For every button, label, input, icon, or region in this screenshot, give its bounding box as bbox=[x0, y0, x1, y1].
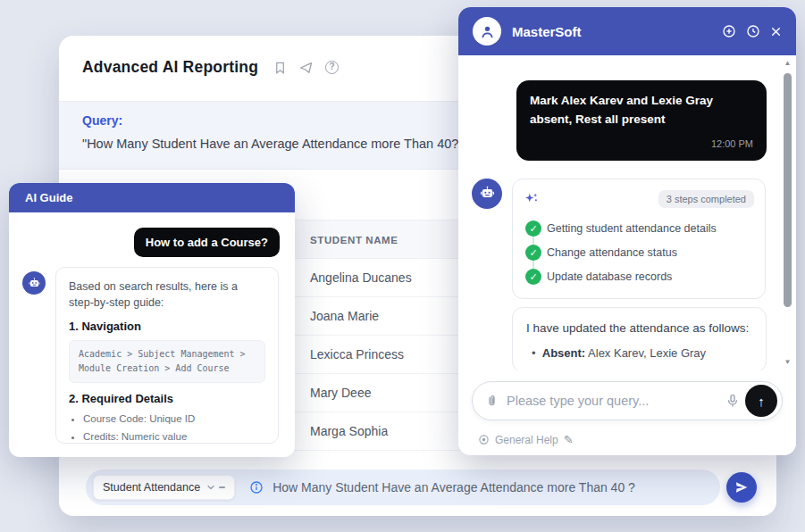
report-type-dropdown[interactable]: Student Attendance bbox=[93, 475, 235, 500]
mic-icon[interactable] bbox=[725, 393, 740, 409]
run-query-button[interactable] bbox=[726, 472, 757, 503]
summary-intro: I have updated the attendance as follows… bbox=[526, 320, 752, 337]
report-query-bar: Student Attendance How Many Student Have… bbox=[86, 470, 720, 505]
ai-guide-title: AI Guide bbox=[9, 183, 295, 212]
steps-card: 3 steps completed ✓ Getting student atte… bbox=[512, 179, 766, 299]
student-name: Mary Deee bbox=[310, 386, 371, 400]
dropdown-dash-icon bbox=[219, 486, 225, 488]
sparkles-icon bbox=[524, 191, 540, 207]
chat-scrollbar[interactable]: ▲ ▼ bbox=[782, 59, 793, 366]
assistant-message: 3 steps completed ✓ Getting student atte… bbox=[458, 179, 782, 299]
page-title: Advanced AI Reporting bbox=[82, 58, 258, 77]
app-background: Advanced AI Reporting ? Query: "How Many… bbox=[0, 0, 805, 532]
send-icon[interactable] bbox=[298, 61, 314, 75]
message-timestamp: 12:00 PM bbox=[530, 138, 753, 149]
scroll-down-icon[interactable]: ▼ bbox=[782, 358, 793, 366]
step-item: ✓ Update database records bbox=[525, 269, 754, 285]
guide-detail-item: Course Code: Unique ID bbox=[83, 411, 265, 428]
bookmark-icon[interactable] bbox=[273, 61, 287, 75]
chevron-down-icon bbox=[205, 482, 216, 493]
close-icon[interactable] bbox=[770, 26, 782, 37]
help-icon[interactable]: ? bbox=[325, 61, 339, 74]
check-icon: ✓ bbox=[525, 245, 541, 261]
student-name: Marga Sophia bbox=[310, 424, 388, 438]
steps-badge: 3 steps completed bbox=[658, 190, 754, 208]
chat-input-pill: ↑ bbox=[472, 381, 783, 420]
chat-title: MasterSoft bbox=[512, 24, 582, 39]
chat-header: MasterSoft bbox=[458, 7, 796, 55]
step-label: Getting student attendance details bbox=[547, 222, 717, 235]
mode-icon bbox=[478, 434, 490, 445]
assistant-summary-card: I have updated the attendance as follows… bbox=[512, 307, 767, 370]
person-icon bbox=[479, 23, 496, 40]
guide-answer-card: Based on search results, here is a step-… bbox=[55, 267, 279, 444]
send-message-button[interactable]: ↑ bbox=[745, 385, 777, 417]
history-icon[interactable] bbox=[746, 24, 760, 38]
guide-detail-item: Credits: Numeric value bbox=[83, 428, 265, 444]
step-label: Change attendance status bbox=[547, 246, 677, 259]
info-icon bbox=[249, 480, 264, 495]
student-name: Angelina Ducanes bbox=[310, 270, 412, 285]
reporting-header: Advanced AI Reporting ? bbox=[82, 58, 339, 77]
bullet-icon: • bbox=[532, 346, 542, 360]
guide-navigation-path: Academic > Subject Management > Module C… bbox=[69, 340, 265, 383]
mastersoft-chat-panel: MasterSoft Mark Alex Karev and Lexie Gra… bbox=[458, 7, 796, 455]
guide-step1-title: 1. Navigation bbox=[69, 320, 265, 333]
step-item: ✓ Getting student attendance details bbox=[525, 220, 754, 237]
new-chat-icon[interactable] bbox=[722, 24, 736, 38]
edit-icon[interactable]: ✎ bbox=[564, 433, 574, 446]
step-item: ✓ Change attendance status bbox=[525, 245, 754, 261]
user-message-text: Mark Alex Karev and Lexie Gray absent, R… bbox=[530, 92, 753, 129]
scroll-up-icon[interactable]: ▲ bbox=[782, 59, 793, 67]
summary-bullet-label: Absent: bbox=[542, 346, 585, 360]
check-icon: ✓ bbox=[525, 220, 541, 237]
guide-detail-list: Course Code: Unique ID Credits: Numeric … bbox=[69, 411, 265, 444]
paperclip-icon[interactable] bbox=[485, 394, 499, 409]
guide-intro: Based on search results, here is a step-… bbox=[69, 278, 265, 311]
chat-query-input[interactable] bbox=[507, 394, 725, 408]
robot-icon bbox=[22, 271, 46, 295]
summary-bullet-value: Alex Karev, Lexie Gray bbox=[585, 346, 706, 360]
chat-mode-row[interactable]: General Help ✎ bbox=[478, 433, 574, 446]
step-label: Update database records bbox=[547, 270, 672, 283]
ai-guide-panel: AI Guide How to add a Course? Based on s… bbox=[9, 183, 295, 457]
arrow-up-icon: ↑ bbox=[758, 394, 765, 409]
summary-bullet: • Absent: Alex Karev, Lexie Gray bbox=[526, 346, 752, 360]
scrollbar-thumb[interactable] bbox=[784, 73, 792, 307]
report-type-label: Student Attendance bbox=[103, 481, 200, 494]
check-icon: ✓ bbox=[525, 269, 541, 285]
guide-step2-title: 2. Required Details bbox=[69, 392, 265, 405]
chat-mode-label: General Help bbox=[495, 434, 558, 446]
robot-icon bbox=[472, 179, 502, 209]
student-name: Lexicca Princess bbox=[310, 347, 404, 362]
student-name: Joana Marie bbox=[310, 309, 379, 323]
chat-message-list: Mark Alex Karev and Lexie Gray absent, R… bbox=[458, 55, 782, 370]
steps-list: ✓ Getting student attendance details ✓ C… bbox=[524, 220, 754, 285]
report-query-text: How Many Student Have an Average Attenda… bbox=[273, 480, 635, 495]
user-message-bubble: Mark Alex Karev and Lexie Gray absent, R… bbox=[516, 80, 767, 161]
chat-input-zone: ↑ General Help ✎ bbox=[458, 370, 796, 455]
paper-plane-icon bbox=[734, 480, 749, 495]
avatar bbox=[473, 17, 501, 46]
guide-user-question-bubble: How to add a Course? bbox=[134, 228, 280, 257]
